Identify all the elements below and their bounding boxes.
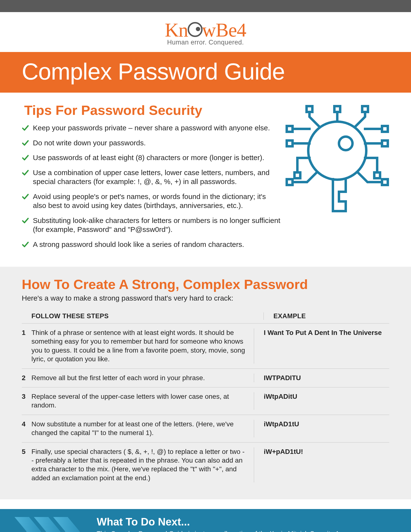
- svg-point-1: [339, 137, 353, 150]
- hero-banner: Complex Password Guide: [0, 52, 411, 93]
- brand-logo-block: KnwBe4 Human error. Conquered.: [0, 12, 411, 52]
- svg-rect-12: [287, 126, 292, 132]
- tip-text: Use a combination of upper case letters,…: [33, 168, 280, 186]
- tip-item: Do not write down your passwords.: [22, 138, 280, 148]
- howto-steps-body: 1Think of a phrase or sentence with at l…: [22, 323, 389, 487]
- howto-header-steps: FOLLOW THESE STEPS: [31, 313, 263, 320]
- key-circuit-icon: [285, 102, 389, 255]
- svg-rect-3: [307, 106, 312, 112]
- howto-step-row: 2Remove all but the first letter of each…: [22, 369, 389, 387]
- checkmark-icon: [22, 241, 29, 248]
- tip-text: Avoid using people's or pet's names, or …: [33, 192, 280, 210]
- step-text: Replace several of the upper-case letter…: [31, 392, 254, 410]
- svg-rect-4: [362, 106, 368, 112]
- step-text: Think of a phrase or sentence with at le…: [31, 328, 254, 364]
- chevron-arrows-icon: [15, 517, 87, 532]
- checkmark-icon: [22, 154, 29, 161]
- tips-section: Tips For Password Security Keep your pas…: [0, 93, 411, 267]
- brand-name-part2: wBe4: [202, 19, 246, 41]
- step-example: iWtpAD1tU: [254, 420, 389, 437]
- checkmark-icon: [22, 139, 29, 147]
- howto-step-row: 4Now substitute a number for at least on…: [22, 415, 389, 443]
- howto-step-row: 5Finally, use special characters ( $, &,…: [22, 443, 389, 487]
- step-example: iW+pAD1tU!: [254, 447, 389, 483]
- howto-subtitle: Here's a way to make a strong password t…: [22, 294, 389, 302]
- svg-rect-5: [287, 141, 292, 146]
- tip-item: Substituting look-alike characters for l…: [22, 216, 280, 234]
- checkmark-icon: [22, 124, 29, 132]
- howto-section: How To Create A Strong, Complex Password…: [0, 267, 411, 499]
- tip-item: Avoid using people's or pet's names, or …: [22, 192, 280, 210]
- svg-rect-9: [382, 179, 388, 185]
- tip-text: Do not write down your passwords.: [33, 138, 146, 148]
- tip-text: Substituting look-alike characters for l…: [33, 216, 280, 234]
- step-number: 1: [22, 328, 31, 364]
- tip-item: Use passwords of at least eight (8) char…: [22, 153, 280, 162]
- brand-name-part1: Kn: [165, 19, 188, 41]
- step-number: 5: [22, 447, 31, 483]
- brand-logo: KnwBe4: [0, 20, 411, 40]
- svg-rect-8: [374, 172, 380, 178]
- step-example: I Want To Put A Dent In The Universe: [254, 328, 389, 364]
- top-bar: [0, 0, 411, 12]
- tip-item: Keep your passwords private – never shar…: [22, 123, 280, 133]
- tip-text: A strong password should look like a ser…: [33, 240, 244, 249]
- howto-header-example: EXAMPLE: [263, 313, 389, 320]
- svg-rect-6: [294, 172, 300, 178]
- howto-heading: How To Create A Strong, Complex Password: [22, 276, 389, 292]
- tip-item: A strong password should look like a ser…: [22, 240, 280, 249]
- brand-logo-o-icon: [188, 22, 203, 37]
- svg-rect-7: [382, 141, 388, 146]
- next-text: This Complex Password Guide is just a sm…: [97, 529, 389, 532]
- checkmark-icon: [22, 217, 29, 224]
- svg-rect-2: [334, 106, 340, 112]
- step-number: 2: [22, 374, 31, 382]
- howto-step-row: 3Replace several of the upper-case lette…: [22, 387, 389, 415]
- page-title: Complex Password Guide: [22, 58, 389, 85]
- next-heading: What To Do Next...: [97, 516, 389, 528]
- tip-item: Use a combination of upper case letters,…: [22, 168, 280, 186]
- checkmark-icon: [22, 193, 29, 200]
- howto-table-header: FOLLOW THESE STEPS EXAMPLE: [22, 309, 389, 323]
- svg-rect-10: [287, 179, 292, 185]
- tip-text: Use passwords of at least eight (8) char…: [33, 153, 264, 162]
- step-number: 3: [22, 392, 31, 410]
- brand-tagline: Human error. Conquered.: [0, 39, 411, 46]
- step-text: Remove all but the first letter of each …: [31, 374, 254, 382]
- step-text: Now substitute a number for at least one…: [31, 420, 254, 437]
- step-example: IWTPADITU: [254, 374, 389, 382]
- tips-heading: Tips For Password Security: [24, 102, 280, 118]
- next-section: What To Do Next... This Complex Password…: [0, 509, 411, 532]
- step-example: iWtpADitU: [254, 392, 389, 410]
- tip-text: Keep your passwords private – never shar…: [33, 123, 270, 133]
- checkmark-icon: [22, 169, 29, 176]
- step-text: Finally, use special characters ( $, &, …: [31, 447, 254, 483]
- step-number: 4: [22, 420, 31, 437]
- tips-list: Keep your passwords private – never shar…: [22, 123, 280, 249]
- svg-rect-11: [382, 126, 388, 132]
- howto-step-row: 1Think of a phrase or sentence with at l…: [22, 323, 389, 369]
